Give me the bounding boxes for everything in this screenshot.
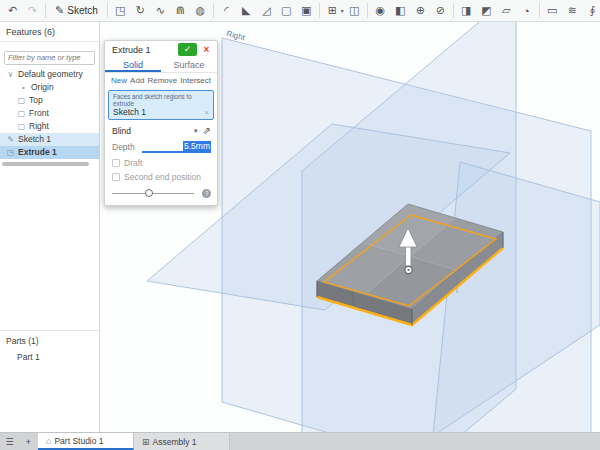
feature-item-right[interactable]: ▢Right [0,120,99,133]
toolbar-separator [107,3,108,18]
confirm-button[interactable]: ✓ [178,43,197,56]
close-button[interactable]: × [200,44,213,55]
opacity-slider[interactable] [112,193,194,194]
parts-section-title: Parts (1) [0,331,99,349]
depth-value-selected[interactable]: 5.5mm [183,141,211,151]
undo-icon[interactable]: ↶ [3,2,22,20]
tab-manager-icon[interactable]: ☰ [0,433,19,450]
feature-tree: ∨Default geometry•Origin▢Top▢Front▢Right… [0,68,99,159]
sketch-icon: ✎ [55,4,64,17]
split-icon[interactable]: ◧ [391,2,410,20]
parts-section: Parts (1) Part 1 [0,330,99,365]
loft-icon[interactable]: ⋒ [171,2,190,20]
toolbar-separator [367,3,368,18]
mode-new[interactable]: New [111,76,127,85]
part-list-item[interactable]: Part 1 [0,349,99,365]
second-end-checkbox[interactable] [112,173,120,181]
draft-checkbox[interactable] [112,159,120,167]
toolbar-separator [213,3,214,18]
hole-icon[interactable]: ▣ [297,2,316,20]
feature-item-label: Sketch 1 [18,134,51,144]
features-panel-title: Features (6) [0,22,99,42]
redo-icon[interactable]: ↷ [23,2,42,20]
revolve-icon[interactable]: ↻ [131,2,150,20]
feature-item-default-geometry[interactable]: ∨Default geometry [0,68,99,81]
document-tab-assembly-1[interactable]: ⊞Assembly 1 [134,433,230,450]
remove-selection-icon[interactable]: × [204,108,210,117]
linear-pattern-caret-icon[interactable]: ▾ [341,7,344,14]
opacity-slider-handle[interactable] [145,189,153,197]
tab-surface[interactable]: Surface [161,58,217,72]
document-tab-bar: ☰ + ⌂Part Studio 1⊞Assembly 1 [0,432,600,450]
document-tab-label: Part Studio 1 [54,436,103,446]
toolbar-separator [319,3,320,18]
sketch-button-label: Sketch [67,5,98,16]
fillet-icon[interactable]: ◜ [217,2,236,20]
features-panel: Features (6) ∨Default geometry•Origin▢To… [0,22,100,432]
selection-label: Faces and sketch regions to extrude [113,93,210,107]
linear-pattern-icon[interactable]: ⊞ [323,2,342,20]
mode-add[interactable]: Add [130,76,144,85]
origin-point[interactable] [405,266,412,273]
onshape-app: ↶↷✎Sketch◳↻∿⋒◍◜◣◿▢▣⊞▾◫◉◧⊕⊘◨◩▱◔▭≋∮↝(x)+ R… [0,0,600,450]
feature-item-label: Right [29,121,49,131]
toolbar-separator [539,3,540,18]
boolean-icon[interactable]: ◉ [371,2,390,20]
tab-solid[interactable]: Solid [105,58,161,72]
feature-item-label: Top [29,95,43,105]
feature-item-top[interactable]: ▢Top [0,94,99,107]
feature-item-origin[interactable]: •Origin [0,81,99,94]
plane-icon[interactable]: ▭ [543,2,562,20]
end-type-dropdown[interactable]: Blind [112,126,194,136]
document-tab-part-studio-1[interactable]: ⌂Part Studio 1 [38,433,134,450]
mode-intersect[interactable]: Intersect [180,76,211,85]
add-tab-button[interactable]: + [19,433,38,450]
feature-item-label: Extrude 1 [18,147,57,157]
opposite-direction-icon[interactable]: ⇗ [203,125,211,136]
feature-toolbar: ↶↷✎Sketch◳↻∿⋒◍◜◣◿▢▣⊞▾◫◉◧⊕⊘◨◩▱◔▭≋∮↝(x)+ [0,0,600,22]
feature-filter-input[interactable] [4,51,95,65]
document-tabs: ⌂Part Studio 1⊞Assembly 1 [38,433,230,450]
modify-fillet-icon[interactable]: ◔ [517,2,536,20]
feature-item-sketch-1[interactable]: ✎Sketch 1 [0,133,99,146]
plane-icon: ▢ [17,109,26,118]
feature-item-label: Front [29,108,49,118]
feature-item-front[interactable]: ▢Front [0,107,99,120]
thicken-icon[interactable]: ◍ [191,2,210,20]
shell-icon[interactable]: ▢ [277,2,296,20]
chevron-down-icon: ∨ [6,70,15,79]
faces-selection-box[interactable]: Faces and sketch regions to extrude Sket… [108,90,214,120]
help-icon[interactable]: ? [202,189,211,198]
draft-label: Draft [124,158,142,168]
helix-icon[interactable]: ∮ [583,2,600,20]
part-studio-1-icon: ⌂ [46,436,51,446]
toolbar-separator [453,3,454,18]
mode-remove[interactable]: Remove [147,76,177,85]
feature-item-extrude-1[interactable]: ◳Extrude 1 [0,146,99,159]
sweep-icon[interactable]: ∿ [151,2,170,20]
chevron-down-icon[interactable]: ▾ [194,127,198,135]
offset-surface-icon[interactable]: ▱ [497,2,516,20]
draft-icon[interactable]: ◿ [257,2,276,20]
mirror-icon[interactable]: ◫ [345,2,364,20]
solid-surface-tabs: Solid Surface [105,58,217,73]
extrude-icon: ◳ [6,148,15,157]
plane-icon: ▢ [17,122,26,131]
second-end-label: Second end position [124,172,201,182]
feature-item-label: Default geometry [18,69,83,79]
sketch-icon: ✎ [6,135,15,144]
panel-horizontal-scrollbar[interactable] [2,162,89,166]
transform-icon[interactable]: ⊕ [411,2,430,20]
replace-face-icon[interactable]: ◩ [477,2,496,20]
selection-value[interactable]: Sketch 1 [113,107,204,117]
extrude-icon[interactable]: ◳ [111,2,130,20]
depth-input[interactable]: 5.5mm [142,141,211,153]
toolbar-separator [45,3,46,18]
plane-icon: ▢ [17,96,26,105]
move-face-icon[interactable]: ◨ [457,2,476,20]
delete-face-icon[interactable]: ⊘ [431,2,450,20]
sketch-button[interactable]: ✎Sketch [49,2,104,20]
composite-curve-icon[interactable]: ≋ [563,2,582,20]
extrude-dialog: Extrude 1 ✓ × Solid Surface New Add Remo… [104,40,218,206]
chamfer-icon[interactable]: ◣ [237,2,256,20]
